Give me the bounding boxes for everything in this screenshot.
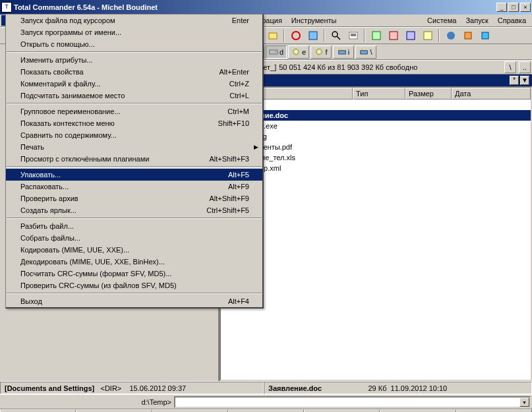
maximize-button[interactable]: □ <box>508 3 519 12</box>
svg-point-28 <box>362 49 364 51</box>
toolbar-button[interactable] <box>460 28 475 43</box>
search-button[interactable] <box>328 28 343 43</box>
fkey-button[interactable]: F5 Копия <box>152 409 228 412</box>
fkey-button[interactable]: F7 Каталог <box>304 409 380 412</box>
menuitem[interactable]: Проверить архивAlt+Shift+F9 <box>6 192 262 204</box>
menuitem[interactable]: Групповое переименование...Ctrl+M <box>6 105 262 117</box>
column-Размер[interactable]: Размер <box>405 88 452 100</box>
menu-справка[interactable]: Справка <box>493 15 531 26</box>
file-row[interactable]: [..] <box>221 100 531 110</box>
svg-point-20 <box>276 51 277 53</box>
svg-rect-27 <box>361 51 368 54</box>
drive-\[interactable]: \ <box>355 45 376 59</box>
menuitem[interactable]: Посчитать CRC-суммы (формат SFV, MD5)... <box>6 268 262 280</box>
toolbar-button[interactable] <box>345 28 361 43</box>
column-Дата[interactable]: Дата <box>452 88 531 100</box>
menuitem[interactable]: ВыходAlt+F4 <box>6 295 262 307</box>
svg-rect-0 <box>269 33 277 39</box>
menuitem[interactable]: Сравнить по содержимому... <box>6 129 262 141</box>
svg-rect-2 <box>309 32 317 40</box>
fkey-button[interactable]: F3 Просмотр <box>0 409 76 412</box>
file-row[interactable]: Totalcmd.exe <box>221 121 531 131</box>
current-path: d:\Temp\*.* <box>222 76 508 84</box>
svg-rect-25 <box>339 51 346 54</box>
menuitem[interactable]: Печать▶ <box>6 141 262 153</box>
svg-point-22 <box>295 51 297 53</box>
status-right: Заявление.doc 29 Кб 11.09.2012 10:10 <box>264 382 532 394</box>
fkey-button[interactable]: F6 Перенос <box>228 409 304 412</box>
menuitem[interactable]: Показать свойстваAlt+Enter <box>6 66 262 78</box>
toolbar-button[interactable] <box>369 28 384 43</box>
file-menu: Запуск файла под курсоромEnterЗапуск про… <box>5 14 264 309</box>
fkey-button[interactable]: F8 Удаление <box>380 409 456 412</box>
toolbar-button[interactable] <box>265 28 280 43</box>
column-Тип[interactable]: Тип <box>353 88 405 100</box>
app-icon: T <box>1 2 12 13</box>
toolbar-button[interactable] <box>420 28 435 43</box>
window-title: Total Commander 6.54a - Michel Boudinet <box>14 3 495 11</box>
file-list[interactable]: ↑ИмяТипРазмерДата [..]Заявление.docTotal… <box>220 86 532 381</box>
svg-rect-13 <box>465 32 471 39</box>
menu-запуск[interactable]: Запуск <box>461 15 492 26</box>
menuitem[interactable]: Проверить CRC-суммы (из файлов SFV, MD5) <box>6 280 262 291</box>
svg-rect-10 <box>407 32 415 40</box>
menuitem[interactable]: Показать контекстное менюShift+F10 <box>6 117 262 129</box>
menuitem[interactable]: Собрать файлы... <box>6 232 262 244</box>
drive-e[interactable]: e <box>288 45 309 59</box>
menuitem[interactable]: Просмотр с отключёнными плагинамиAlt+Shi… <box>6 153 262 165</box>
close-button[interactable]: × <box>520 3 531 12</box>
menuitem[interactable]: Упаковать...Alt+F5 <box>6 169 262 181</box>
menuitem[interactable]: Комментарий к файлу...Ctrl+Z <box>6 78 262 90</box>
menu-инструменты[interactable]: Инструменты <box>287 15 341 26</box>
free-space-text: 50 051 424 Кб из 81 903 392 Кб свободно <box>279 63 502 71</box>
root-button[interactable]: \ <box>504 61 516 73</box>
file-row[interactable]: Заявление.doc <box>221 110 531 121</box>
menuitem[interactable]: Разбить файл... <box>6 220 262 232</box>
svg-rect-14 <box>482 32 488 39</box>
menuitem[interactable]: Запуск программы от имени... <box>6 26 262 38</box>
menu-система[interactable]: Система <box>423 15 461 26</box>
file-row[interactable]: Городские_тел.xls <box>221 152 531 163</box>
fkey-button[interactable]: Alt+F4 Выход <box>456 409 532 412</box>
menuitem[interactable]: Создать ярлык...Ctrl+Shift+F5 <box>6 204 262 216</box>
file-row[interactable]: PDFИнструменты.pdf <box>221 142 531 152</box>
path-bar[interactable]: d:\Temp\*.* * ▼ <box>220 74 532 86</box>
toolbar-button[interactable] <box>288 28 303 43</box>
toolbar-button[interactable] <box>305 28 320 43</box>
status-bar: [Documents and Settings] <DIR> 15.06.201… <box>0 381 532 394</box>
file-row[interactable]: xmlПросмотр.xml <box>221 163 531 173</box>
toolbar-button[interactable] <box>386 28 401 43</box>
menuitem[interactable]: Запуск файла под курсоромEnter <box>6 15 262 26</box>
command-bar: d:\Temp> ▼ <box>0 394 532 409</box>
menuitem[interactable]: Кодировать (MIME, UUE, XXE)... <box>6 244 262 256</box>
menuitem[interactable]: Распаковать...Alt+F9 <box>6 181 262 192</box>
file-row[interactable]: Замок.jpg <box>221 131 531 142</box>
drive-d[interactable]: d <box>266 45 287 59</box>
status-left: [Documents and Settings] <DIR> 15.06.201… <box>0 382 264 394</box>
drive-i[interactable]: i <box>333 45 354 59</box>
drive-info-bar: [-d-]▼ [_нет_] 50 051 424 Кб из 81 903 3… <box>220 60 532 74</box>
function-key-bar: F3 ПросмотрF4 ПравкаF5 КопияF6 ПереносF7… <box>0 409 532 412</box>
command-input[interactable]: ▼ <box>174 396 531 408</box>
fkey-button[interactable]: F4 Правка <box>76 409 152 412</box>
toolbar-button[interactable] <box>443 28 458 43</box>
svg-rect-11 <box>424 32 432 40</box>
filter-button[interactable]: * <box>510 76 519 85</box>
titlebar: T Total Commander 6.54a - Michel Boudine… <box>0 0 532 15</box>
menuitem[interactable]: Подсчитать занимаемое местоCtrl+L <box>6 90 262 102</box>
svg-rect-8 <box>372 32 380 40</box>
svg-point-12 <box>447 32 455 40</box>
drive-f[interactable]: f <box>310 45 332 59</box>
minimize-button[interactable]: _ <box>496 3 507 12</box>
svg-point-1 <box>292 32 300 40</box>
toolbar-button[interactable] <box>477 28 492 43</box>
svg-line-4 <box>337 36 340 40</box>
svg-point-3 <box>332 32 338 37</box>
history-button[interactable]: ▼ <box>520 76 529 85</box>
menuitem[interactable]: Изменить атрибуты... <box>6 54 262 66</box>
toolbar-button[interactable] <box>403 28 418 43</box>
updir-button[interactable]: .. <box>519 61 531 73</box>
left-panel: Запуск файла под курсоромEnterЗапуск про… <box>0 44 218 381</box>
menuitem[interactable]: Открыть с помощью... <box>6 38 262 50</box>
menuitem[interactable]: Декодировать (MIME, UUE, XXE, BinHex)... <box>6 256 262 268</box>
